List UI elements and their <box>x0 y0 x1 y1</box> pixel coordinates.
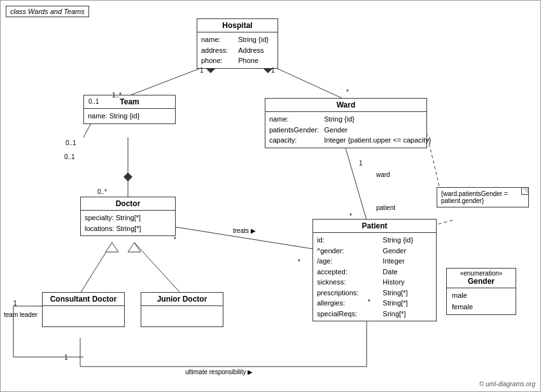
consultant-doctor-class: Consultant Doctor <box>42 292 125 327</box>
patient-class-body: id: ^gender: /age: accepted: sickness: p… <box>313 233 436 321</box>
svg-line-8 <box>80 242 112 293</box>
mult-team-leader: 1 <box>13 300 17 307</box>
svg-line-1 <box>268 64 344 99</box>
mult-team-doctor-bottom: 0..* <box>97 188 107 195</box>
svg-line-5 <box>344 144 367 220</box>
patient-class: Patient id: ^gender: /age: accepted: sic… <box>313 219 437 321</box>
svg-line-9 <box>134 242 181 293</box>
doctor-class: Doctor specialty: String[*] locations: S… <box>80 197 176 236</box>
constraint-box: {ward.patientsGender =patient.gender} <box>437 187 529 207</box>
consultant-doctor-header: Consultant Doctor <box>43 293 124 306</box>
junior-doctor-header: Junior Doctor <box>141 293 223 306</box>
label-ward: ward <box>376 171 390 178</box>
label-treats: treats ▶ <box>233 227 256 234</box>
svg-marker-19 <box>106 242 118 252</box>
doctor-class-header: Doctor <box>81 197 175 211</box>
mult-ward-patient-patient: * <box>349 213 352 220</box>
diagram-title: class Wards and Teams <box>6 6 89 17</box>
ward-class-body: name: patientsGender: capacity: String {… <box>265 112 426 148</box>
mult-hosp-team-hosp: 1 <box>200 67 204 74</box>
label-patient: patient <box>376 204 395 211</box>
enum-gender: «enumeration» Gender male female <box>446 268 516 315</box>
mult-doctor-patient-doctor: * <box>174 236 176 243</box>
mult-team-doctor-left: 0..1 <box>66 139 76 146</box>
svg-line-0 <box>128 64 211 96</box>
team-class-body: name: String {id} <box>84 109 175 123</box>
mult-ward-patient-ward: 1 <box>359 160 363 167</box>
hospital-class: Hospital name: address: phone: String {i… <box>197 18 278 69</box>
mult-team-self-top: 0..1 <box>88 98 99 105</box>
mult-doctor-patient-patient: * <box>298 258 300 265</box>
mult-hosp-ward-ward: * <box>346 88 349 95</box>
junior-doctor-body <box>141 306 223 325</box>
ward-class-header: Ward <box>265 99 426 112</box>
patient-class-header: Patient <box>313 220 436 233</box>
mult-patient-bottom: * <box>368 298 370 305</box>
svg-marker-18 <box>123 172 132 181</box>
label-team-leader: team leader <box>4 311 38 318</box>
mult-team-self-bottom: 0..1 <box>64 153 75 160</box>
hospital-class-header: Hospital <box>197 19 278 32</box>
label-ultimate: ultimate responsibility ▶ <box>185 368 253 375</box>
ward-class: Ward name: patientsGender: capacity: Str… <box>265 98 427 148</box>
hospital-class-body: name: address: phone: String {id} Addres… <box>197 32 278 68</box>
svg-marker-20 <box>128 242 141 252</box>
consultant-doctor-body <box>43 306 124 325</box>
mult-consultant-bottom: 1 <box>64 354 68 361</box>
diagram-container: class Wards and Teams <box>0 0 541 392</box>
junior-doctor-class: Junior Doctor <box>141 292 223 327</box>
doctor-class-body: specialty: String[*] locations: String[*… <box>81 211 175 235</box>
mult-hosp-team-team: 1..* <box>112 92 122 99</box>
mult-hosp-ward-hosp: 1 <box>271 67 275 74</box>
enum-stereotype: «enumeration» <box>447 269 516 277</box>
enum-body: male female <box>447 288 516 314</box>
enum-header: Gender <box>447 277 516 288</box>
copyright: © uml-diagrams.org <box>479 381 535 388</box>
